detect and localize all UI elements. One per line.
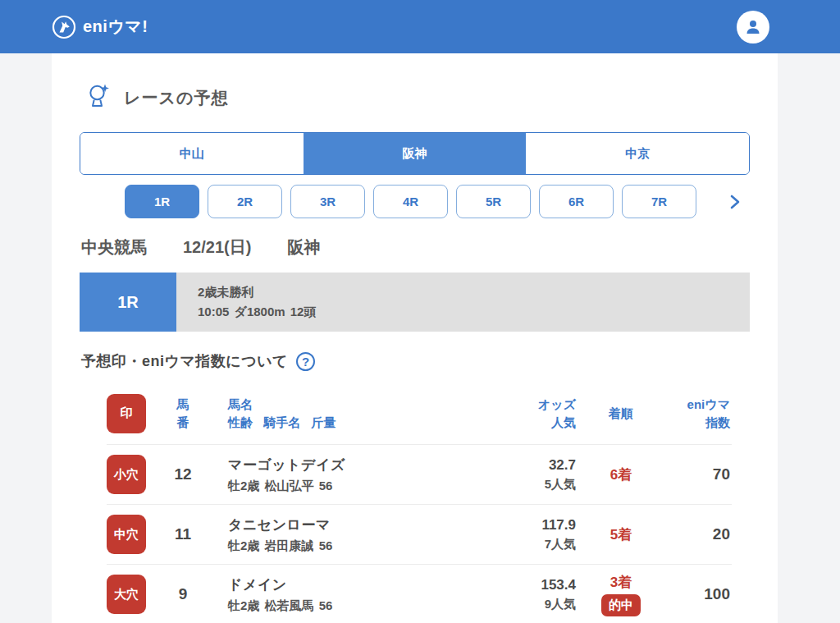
header-index-bottom: 指数 bbox=[666, 414, 730, 432]
header-name-bottom: 性齢 騎手名 斤量 bbox=[228, 414, 477, 432]
mark-badge: 大穴 bbox=[107, 575, 146, 614]
finish-value: 6着 bbox=[610, 467, 632, 483]
race-date: 12/21(日) bbox=[183, 236, 251, 259]
cell-name: タニセンローマ 牡2歳 岩田康誠 56 bbox=[220, 515, 477, 554]
race-button-7r[interactable]: 7R bbox=[622, 185, 696, 218]
cell-index: 100 bbox=[666, 585, 732, 603]
race-button-4r[interactable]: 4R bbox=[373, 185, 448, 218]
header-name: 馬名 性齢 騎手名 斤量 bbox=[220, 396, 477, 432]
section-title: 予想印・eniウマ指数について bbox=[81, 351, 288, 371]
horse-name: ドメイン bbox=[228, 575, 477, 594]
crystal-ball-icon bbox=[86, 83, 111, 112]
logo[interactable]: eniウマ! bbox=[52, 15, 148, 39]
header-umaban-top: 馬 bbox=[146, 396, 220, 414]
main-content: レースの予想 中山 阪神 中京 1R 2R 3R 4R 5R 6R 7R 中央競… bbox=[52, 53, 778, 623]
horse-detail: 牡2歳 岩田康誠 56 bbox=[228, 538, 477, 554]
table-header-row: 印 馬 番 馬名 性齢 騎手名 斤量 オッズ 人気 着順 eniウマ 指数 bbox=[107, 383, 732, 445]
race-category: 中央競馬 bbox=[81, 236, 147, 259]
race-meta: 中央競馬 12/21(日) 阪神 bbox=[81, 236, 750, 259]
cell-odds: 117.9 7人気 bbox=[477, 517, 576, 552]
user-icon bbox=[743, 17, 763, 37]
horse-icon bbox=[52, 15, 76, 39]
cell-umaban: 12 bbox=[146, 465, 220, 483]
race-button-2r[interactable]: 2R bbox=[208, 185, 282, 218]
header-umaban-bottom: 番 bbox=[146, 414, 220, 432]
mark-header-badge: 印 bbox=[107, 394, 146, 433]
logo-text: eniウマ! bbox=[83, 16, 148, 38]
venue-tab-nakayama[interactable]: 中山 bbox=[80, 133, 304, 174]
race-banner[interactable]: 1R 2歳未勝利 10:05 ダ1800m 12頭 bbox=[80, 273, 750, 332]
mark-badge: 小穴 bbox=[107, 455, 146, 494]
page-title-row: レースの予想 bbox=[86, 83, 750, 112]
race-button-1r[interactable]: 1R bbox=[125, 185, 199, 218]
odds-value: 32.7 bbox=[477, 457, 576, 474]
cell-index: 70 bbox=[666, 465, 732, 483]
cell-umaban: 11 bbox=[146, 525, 220, 543]
cell-umaban: 9 bbox=[146, 585, 220, 603]
popularity-value: 7人気 bbox=[477, 537, 576, 552]
header-umaban: 馬 番 bbox=[146, 396, 220, 432]
odds-value: 117.9 bbox=[477, 517, 576, 534]
race-banner-number: 1R bbox=[80, 273, 176, 332]
question-icon[interactable]: ? bbox=[296, 352, 315, 371]
cell-finish: 5着 bbox=[576, 525, 666, 544]
race-button-3r[interactable]: 3R bbox=[290, 185, 365, 218]
header-odds-bottom: 人気 bbox=[477, 414, 576, 432]
header-mark: 印 bbox=[107, 394, 146, 433]
race-button-6r[interactable]: 6R bbox=[539, 185, 614, 218]
user-avatar-button[interactable] bbox=[737, 11, 769, 44]
race-time-course: 10:05 ダ1800m 12頭 bbox=[198, 305, 750, 320]
venue-tab-chukyo[interactable]: 中京 bbox=[526, 133, 749, 174]
cell-name: マーゴットデイズ 牡2歳 松山弘平 56 bbox=[220, 456, 477, 494]
section-title-row: 予想印・eniウマ指数について ? bbox=[81, 351, 750, 371]
cell-odds: 153.4 9人気 bbox=[477, 577, 576, 612]
cell-name: ドメイン 牡2歳 松若風馬 56 bbox=[220, 575, 477, 614]
horse-detail: 牡2歳 松若風馬 56 bbox=[228, 598, 477, 614]
header-odds-top: オッズ bbox=[477, 396, 576, 414]
popularity-value: 5人気 bbox=[477, 477, 576, 492]
cell-mark: 大穴 bbox=[107, 575, 146, 614]
venue-tab-hanshin[interactable]: 阪神 bbox=[304, 133, 527, 174]
header-name-top: 馬名 bbox=[228, 396, 477, 414]
race-condition: 2歳未勝利 bbox=[198, 285, 750, 300]
finish-value: 3着 bbox=[576, 573, 666, 592]
prediction-table: 印 馬 番 馬名 性齢 騎手名 斤量 オッズ 人気 着順 eniウマ 指数 bbox=[107, 383, 732, 623]
cell-mark: 小穴 bbox=[107, 455, 146, 494]
cell-finish: 3着 的中 bbox=[576, 573, 666, 616]
race-number-row: 1R 2R 3R 4R 5R 6R 7R bbox=[80, 185, 750, 218]
race-venue: 阪神 bbox=[287, 236, 320, 259]
odds-value: 153.4 bbox=[477, 577, 576, 593]
page-title: レースの予想 bbox=[124, 87, 228, 109]
header-index-top: eniウマ bbox=[666, 396, 730, 414]
cell-finish: 6着 bbox=[576, 465, 666, 484]
cell-mark: 中穴 bbox=[107, 515, 146, 554]
horse-name: タニセンローマ bbox=[228, 515, 477, 534]
header-finish: 着順 bbox=[576, 405, 666, 423]
header-index: eniウマ 指数 bbox=[666, 396, 732, 432]
table-row[interactable]: 小穴 12 マーゴットデイズ 牡2歳 松山弘平 56 32.7 5人気 6着 7… bbox=[107, 445, 732, 505]
race-banner-info: 2歳未勝利 10:05 ダ1800m 12頭 bbox=[176, 273, 750, 332]
cell-odds: 32.7 5人気 bbox=[477, 457, 576, 492]
table-row[interactable]: 大穴 9 ドメイン 牡2歳 松若風馬 56 153.4 9人気 3着 的中 10… bbox=[107, 565, 732, 623]
venue-tabs: 中山 阪神 中京 bbox=[80, 132, 750, 175]
race-button-5r[interactable]: 5R bbox=[456, 185, 531, 218]
horse-detail: 牡2歳 松山弘平 56 bbox=[228, 479, 477, 494]
popularity-value: 9人気 bbox=[477, 597, 576, 612]
finish-value: 5着 bbox=[610, 527, 632, 543]
horse-name: マーゴットデイズ bbox=[228, 456, 477, 474]
table-row[interactable]: 中穴 11 タニセンローマ 牡2歳 岩田康誠 56 117.9 7人気 5着 2… bbox=[107, 505, 732, 565]
header-odds: オッズ 人気 bbox=[477, 396, 576, 432]
chevron-right-icon[interactable] bbox=[728, 194, 742, 210]
app-header: eniウマ! bbox=[0, 0, 840, 53]
mark-badge: 中穴 bbox=[107, 515, 146, 554]
hit-badge: 的中 bbox=[601, 594, 641, 616]
cell-index: 20 bbox=[666, 525, 732, 543]
